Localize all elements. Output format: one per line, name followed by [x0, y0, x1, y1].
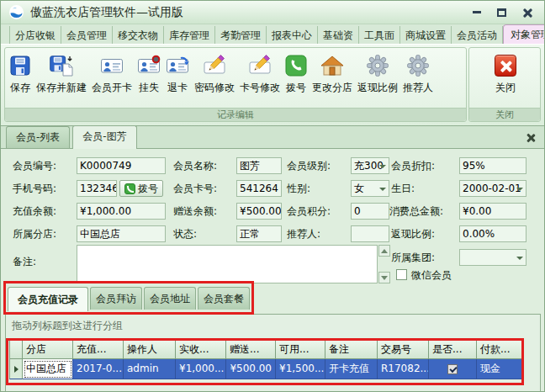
edit-card-number-button[interactable]: 卡号修改	[238, 51, 282, 97]
cell-paid-checkbox[interactable]	[429, 359, 477, 379]
card-no-field[interactable]: 541264	[236, 180, 282, 197]
maximize-icon[interactable]	[496, 7, 507, 18]
phone-field[interactable]: 1323468	[77, 180, 117, 197]
cell-available[interactable]: ¥1,500...	[276, 359, 325, 379]
dial-button[interactable]: 拨号	[119, 180, 163, 197]
column-header-received[interactable]: 实收...	[176, 340, 226, 359]
gift-balance-field[interactable]: ¥500.00	[236, 203, 282, 220]
tab-member-tufang[interactable]: 会员-图芳	[72, 125, 136, 149]
column-header-gift[interactable]: 赠送...	[226, 340, 276, 359]
tab-recharge-records[interactable]: 会员充值记录	[8, 287, 88, 311]
save-and-new-button[interactable]: 保存并新建	[34, 51, 88, 97]
scroll-down-icon[interactable]	[378, 272, 390, 283]
return-card-button[interactable]: 退卡	[164, 51, 191, 97]
status-field[interactable]: 正常	[236, 225, 282, 242]
table-row: 中国总店 2017-0... admin ¥1,000... ¥500.00 ¥…	[9, 359, 524, 379]
change-branch-icon	[320, 53, 344, 78]
menu-item-attendance[interactable]: 考勤管理	[215, 26, 267, 44]
member-level-label: 会员级别:	[287, 157, 331, 174]
save-button[interactable]: 保存	[8, 51, 33, 97]
report-loss-icon	[137, 53, 161, 78]
menu-item-member-management[interactable]: 会员管理	[61, 26, 113, 44]
tab-member-packages[interactable]: 会员套餐	[198, 287, 250, 310]
recharge-balance-field[interactable]: ¥1,000.00	[77, 203, 166, 220]
cell-operator[interactable]: admin	[124, 359, 176, 379]
cell-gift[interactable]: ¥500.00	[226, 359, 276, 379]
gender-select[interactable]: 女	[351, 180, 389, 197]
menu-item-transfer-clothes[interactable]: 移交衣物	[113, 26, 164, 44]
report-loss-button[interactable]: 挂失	[135, 51, 162, 97]
edit-card-number-icon	[248, 53, 272, 78]
phone-label: 手机号码:	[13, 180, 56, 197]
window-title: 傲蓝洗衣店管理软件—试用版	[30, 5, 183, 20]
menu-item-mall-settings[interactable]: 商城设置	[400, 26, 452, 44]
cashback-ratio-field[interactable]: 0.00%	[459, 225, 526, 242]
column-header-paid[interactable]: 是否...	[429, 340, 477, 359]
menu-item-basic-data[interactable]: 基础资	[318, 26, 359, 44]
menu-item-reports[interactable]: 报表中心	[267, 26, 318, 44]
cell-recharge-date[interactable]: 2017-0...	[73, 359, 124, 379]
member-card-icon	[100, 53, 124, 78]
member-discount-field[interactable]: 95%	[459, 157, 526, 174]
ribbon-group-close: 关闭 关闭	[468, 47, 541, 122]
branch-field[interactable]: 中国总店	[77, 225, 166, 242]
close-icon[interactable]	[521, 7, 532, 18]
member-name-field[interactable]: 图芳	[236, 157, 282, 174]
chevron-down-icon	[379, 165, 386, 168]
tab-member-list[interactable]: 会员-列表	[6, 126, 70, 148]
change-branch-button[interactable]: 更改分店	[310, 51, 354, 97]
column-header-recharge-date[interactable]: 充值...	[73, 340, 124, 359]
cashback-ratio-button[interactable]: 返现比例	[356, 51, 399, 97]
birthday-picker[interactable]: 2000-02-01	[459, 180, 526, 197]
column-header-operator[interactable]: 操作人	[124, 340, 176, 359]
chevron-down-icon	[516, 257, 523, 260]
column-header-available[interactable]: 可用...	[276, 340, 325, 359]
checked-checkbox-icon	[447, 364, 458, 374]
menu-item-inventory[interactable]: 库存管理	[164, 26, 215, 44]
menu-item-branch-cashier[interactable]: 分店收银	[9, 26, 61, 44]
cashback-ratio-label: 返现比例:	[391, 225, 435, 242]
tab-member-visits[interactable]: 会员拜访	[90, 287, 142, 310]
dial-button-ribbon[interactable]: 拨号	[283, 51, 309, 97]
scroll-up-icon[interactable]	[378, 245, 390, 257]
wechat-member-label: 微信会员	[411, 267, 452, 283]
member-no-field[interactable]: K0000749	[77, 157, 166, 174]
cell-transaction-no[interactable]: R17082...	[378, 359, 429, 379]
row-indicator-icon	[9, 359, 23, 379]
referrer-field[interactable]	[351, 225, 389, 242]
column-header-transaction-no[interactable]: 交易号	[378, 340, 429, 359]
remark-textarea[interactable]	[77, 245, 378, 283]
cell-payment[interactable]: 现金	[477, 359, 524, 379]
menu-item-object-management[interactable]: 对象管理	[503, 24, 545, 44]
chevron-down-icon	[516, 188, 523, 191]
cell-received[interactable]: ¥1,000...	[176, 359, 226, 379]
recharge-balance-label: 充值余额:	[13, 203, 56, 220]
member-open-card-button[interactable]: 会员开卡	[90, 51, 134, 97]
tab-close-icon[interactable]	[526, 134, 536, 143]
menu-bar: 分店收银 会员管理 移交衣物 库存管理 考勤管理 报表中心 基础资 工具面 商城…	[1, 24, 544, 45]
tab-member-address[interactable]: 会员地址	[144, 287, 196, 310]
column-header-payment[interactable]: 付款...	[477, 340, 524, 359]
cashback-ratio-icon	[366, 53, 389, 78]
close-button[interactable]: 关闭	[493, 51, 518, 97]
ribbon-group-label-record-edit: 记录编辑	[5, 108, 466, 121]
total-consume-field[interactable]: ¥0.00	[459, 203, 526, 220]
cell-remark[interactable]: 开卡充值	[325, 359, 378, 379]
ribbon-group-record-edit: 保存 保存并新建 会员开卡 挂失 退卡	[4, 47, 467, 122]
member-level-select[interactable]: 充300	[351, 157, 389, 174]
wechat-member-checkbox[interactable]	[396, 269, 407, 280]
app-window: 傲蓝洗衣店管理软件—试用版 分店收银 会员管理 移交衣物 库存管理 考勤管理 报…	[0, 0, 545, 392]
cell-branch[interactable]: 中国总店	[23, 359, 73, 379]
points-field[interactable]: 0	[351, 203, 389, 220]
minimize-icon[interactable]	[471, 7, 482, 18]
group-select[interactable]	[459, 249, 526, 266]
column-header-branch[interactable]: 分店	[23, 340, 73, 359]
edit-password-button[interactable]: 密码修改	[193, 51, 236, 97]
referrer-label: 推荐人:	[287, 225, 320, 242]
menu-item-member-activity[interactable]: 会员活动	[452, 26, 503, 44]
column-header-remark[interactable]: 备注	[325, 340, 378, 359]
recharge-records-panel: 拖动列标题到这进行分组 分店 充值... 操作人 实收... 赠送... 可用.…	[5, 314, 541, 392]
member-discount-label: 会员折扣:	[391, 157, 435, 174]
menu-item-tools[interactable]: 工具面	[359, 26, 400, 44]
referrer-button[interactable]: 推荐人	[401, 51, 435, 97]
